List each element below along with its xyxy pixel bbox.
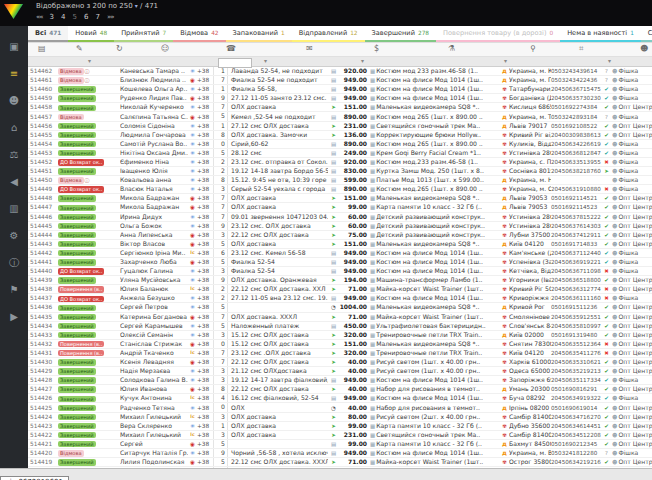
order-row[interactable]: 514461 Відмоваⓘ Близнюк Людмила .. ◉ +38… [28, 76, 652, 85]
tab-Прийнятий[interactable]: Прийнятий7 [114, 26, 173, 42]
order-row[interactable]: 514453 Завершений Нікітіна Оксана Дми.. … [28, 149, 652, 158]
product-icon[interactable]: ⚗ [448, 44, 455, 53]
order-row[interactable]: 514439 Завершений Уляна Мусійовська ✳ +3… [28, 276, 652, 285]
last-page-button[interactable]: »» [107, 13, 114, 21]
chevron-down-icon[interactable]: ▾ [135, 2, 138, 9]
page-button-7[interactable]: 7 [95, 13, 99, 21]
filter-dropdown-icon[interactable]: ▾ [608, 57, 611, 64]
tab-Завершений[interactable]: Завершений278 [365, 26, 436, 42]
order-row[interactable]: 514427 Завершений Юлия Иванова ◉ +38 8 2… [28, 385, 652, 394]
clients-icon[interactable]: ☺ [161, 44, 169, 53]
order-row[interactable]: 514424 Завершений Михаил Гилецький lc +3… [28, 413, 652, 422]
order-row[interactable]: 514420 Відмова Ситарчук Наталія Гр.. ✳ +… [28, 449, 652, 458]
list-icon[interactable]: ▤ [38, 44, 46, 53]
order-row[interactable]: 514430 Завершений Ксенія Левадняя ◉ +38 … [28, 358, 652, 367]
tab-Запакований[interactable]: Запакований1 [226, 26, 292, 42]
tab-Повернення товару (в дорозі)[interactable]: Повернення товару (в дорозі)0 [436, 26, 560, 42]
filter-dropdown-icon[interactable]: ▾ [504, 57, 507, 64]
dashboard-icon[interactable]: ▣ [6, 40, 22, 54]
order-row[interactable]: 514447 Завершений Микола Бадражан ◉ +38 … [28, 203, 652, 212]
order-row[interactable]: 514445 Завершений Ольга Божок ✳ +38 9 23… [28, 222, 652, 231]
order-row[interactable]: 514448 Завершений Микола Бадражан ◉ +38 … [28, 194, 652, 203]
order-row[interactable]: 514449 ДО Возврат ок.. Власюк Наталья ✳ … [28, 185, 652, 194]
phone-icon[interactable]: ☎ [226, 44, 236, 53]
tab-Відправлений[interactable]: Відправлений12 [292, 26, 365, 42]
order-row[interactable]: 514436 Завершений Сергей Петров ✳ +38 5 … [28, 303, 652, 312]
settings-icon[interactable]: ⚙ [6, 229, 22, 243]
orders-icon[interactable]: ≡ [6, 67, 22, 81]
order-status: Завершений [58, 385, 108, 393]
order-row[interactable]: 514422 Завершений Михаил Гилецький lc +3… [28, 431, 652, 440]
info-icon[interactable]: ⓘ [6, 256, 22, 270]
order-row[interactable]: 514425 Завершений Радченко Тетяна ✳ +38 … [28, 403, 652, 412]
order-row[interactable]: 514426 Завершений Кучук Антонина lc +38 … [28, 394, 652, 403]
order-row[interactable]: 514455 Завершений Людмила Гончарова ✳ +3… [28, 131, 652, 140]
money-icon[interactable]: $ [374, 44, 379, 53]
page-button-3[interactable]: 3 [50, 13, 54, 21]
order-row[interactable]: 514460 Завершений Кошелева Ольга Ар.. ✳ … [28, 85, 652, 94]
product-name: ▦Тренировочные петли TRX Train.. [370, 331, 500, 339]
filter-dropdown-icon[interactable]: ▾ [361, 57, 364, 64]
order-status: Завершений [58, 240, 108, 248]
delivery-check-icon: ? [601, 449, 612, 457]
order-row[interactable]: 514450 Відмоваⓘ Ковальова анна ✳ +38 8 1… [28, 176, 652, 185]
video-icon[interactable]: ▶ [6, 310, 22, 324]
order-row[interactable]: 514438 Повернення (в.. Юлия Баланюк lc +… [28, 285, 652, 294]
order-row[interactable]: 514462 Відмоваⓘ Каневська Тамара .. ✳ +3… [28, 67, 652, 76]
order-row[interactable]: 514421 Завершений Сергей ◉ +38 5 ▤ 99.00… [28, 440, 652, 449]
manager-icon[interactable]: ☻ [640, 44, 648, 53]
marketing-icon[interactable]: ◀ [6, 175, 22, 189]
filter-dropdown-icon[interactable]: ▾ [264, 57, 267, 64]
client-phone: +38 [197, 185, 213, 193]
order-row[interactable]: 514456 Завершений Соломія Сідоніна ✳ +38… [28, 122, 652, 131]
order-row[interactable]: 514452 ДО Возврат ок.. Єфименко Ніна ✳ +… [28, 158, 652, 167]
order-id: 514445 [28, 222, 58, 230]
order-row[interactable]: 514440 ДО Возврат ок.. Гуцалюк Галина ✳ … [28, 267, 652, 276]
phone-filter-input[interactable] [218, 58, 252, 68]
tab-Відмова[interactable]: Відмова42 [173, 26, 225, 42]
order-row[interactable]: 514428 Завершений Солодкова Галина В.. ✳… [28, 376, 652, 385]
page-button-4[interactable]: 4 [61, 13, 65, 21]
stats-icon[interactable]: ▥ [6, 202, 22, 216]
order-row[interactable]: 514433 Завершений Олексій Семанін ✳ +38 … [28, 331, 652, 340]
order-row[interactable]: 514423 Завершений Вера Скляренко ✳ +38 1… [28, 422, 652, 431]
tab-Нема в наявності[interactable]: Нема в наявності1 [560, 26, 641, 42]
manager-name: ☻Фішка [612, 67, 652, 75]
first-page-button[interactable]: «« [36, 13, 43, 21]
order-row[interactable]: 514443 Завершений Віктор Власов ◉ +38 5 … [28, 240, 652, 249]
barcode-icon[interactable]: ⌗ [579, 44, 584, 54]
app-logo-icon[interactable] [4, 4, 23, 19]
clients-icon[interactable]: ☻ [6, 94, 22, 108]
tab-Всі[interactable]: Всі471 [28, 26, 68, 42]
products-icon[interactable]: ⚖ [6, 148, 22, 162]
edit-icon[interactable]: ✎ [76, 44, 83, 53]
order-row[interactable]: 514446 Завершений Ирина Дидух ✳ +38 7 09… [28, 213, 652, 222]
order-row[interactable]: 514454 Завершений Самотій Руслана Во.. ✳… [28, 140, 652, 149]
order-row[interactable]: 514451 Завершений Іващенко Юлія ✳ +38 2 … [28, 167, 652, 176]
order-row[interactable]: 514437 ДО Возврат ок.. Анжела Безушко ✳ … [28, 294, 652, 303]
tags-icon[interactable]: ⚑ [6, 283, 22, 297]
order-row[interactable]: 514434 Завершений Сергей Карамышев ✳ +38… [28, 322, 652, 331]
order-row[interactable]: 514441 Завершений Захарченко Люба ◉ +38 … [28, 258, 652, 267]
order-row[interactable]: 514429 Завершений Надія Мерзаєва ✳ +38 3… [28, 367, 652, 376]
order-row[interactable]: 514432 Повернення (в.. Станіслав Стрижак… [28, 340, 652, 349]
company-icon[interactable]: ⌂ [6, 121, 22, 135]
sip-call-status[interactable]: sip:0672818601 [0, 476, 69, 480]
calls-count: 5 [213, 258, 228, 266]
order-row[interactable]: 514431 Повернення (в.. Андрій Ткаченко l… [28, 349, 652, 358]
comment-icon[interactable]: ✉ [306, 44, 313, 53]
order-row[interactable]: 514444 Завершений Анна Липенська ◉ +38 3… [28, 231, 652, 240]
tab-Новий[interactable]: Новий48 [68, 26, 114, 42]
order-row[interactable]: 514435 Завершений Катерина Богданова ◉ +… [28, 313, 652, 322]
order-row[interactable]: 514459 Завершений Руденко Лидия Пав.. ◉ … [28, 94, 652, 103]
order-row[interactable]: 514458 Завершений Николай Кучеренко ✳ +3… [28, 103, 652, 112]
filter-dropdown-icon[interactable]: ▾ [88, 57, 91, 64]
location-icon[interactable]: ⚲ [530, 44, 536, 53]
call-icon[interactable]: ↻ [116, 44, 123, 53]
page-button-6[interactable]: 6 [84, 13, 88, 21]
page-button-5[interactable]: 5 [73, 13, 77, 21]
order-row[interactable]: 514419 Завершений Лилия Подолинская ◉ +3… [28, 458, 652, 467]
order-row[interactable]: 514442 Завершений Сергіюнко Іріна Ми.. l… [28, 249, 652, 258]
order-row[interactable]: 514457 Відмова Салєпина Татьяна С.. ◉ +3… [28, 112, 652, 121]
tab-Самовивіз[interactable]: Самовивіз2 [641, 26, 652, 42]
